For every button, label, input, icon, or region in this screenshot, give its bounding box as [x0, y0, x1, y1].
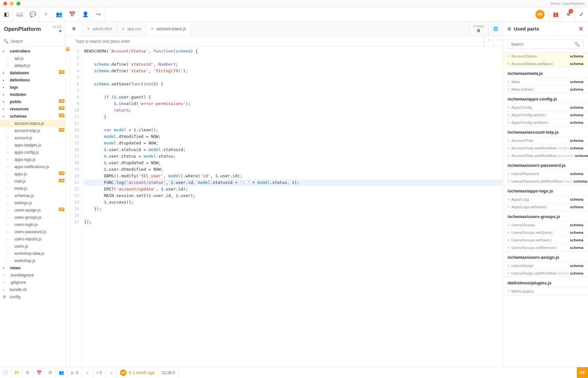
- file-api.js[interactable]: ▫api.js: [0, 55, 65, 62]
- history-icon[interactable]: ↺: [45, 367, 56, 378]
- file-apps-logs.js[interactable]: ▫apps-logs.js: [0, 156, 65, 163]
- panel-item[interactable]: ⑂Users/Groups.setSave()schema: [503, 236, 588, 244]
- options-button[interactable]: ⚙3: [562, 7, 575, 21]
- file-meta.js[interactable]: ▫meta.js: [0, 185, 65, 192]
- tab-account-status.js[interactable]: ✕account-status.js: [146, 22, 191, 36]
- file-account.js[interactable]: ▫account.js: [0, 134, 65, 142]
- collaborators-icon[interactable]: 👥: [56, 367, 67, 378]
- folder-definitions[interactable]: ▪definitions: [0, 77, 65, 84]
- new-file-icon[interactable]: 📄: [0, 367, 11, 378]
- file-apps-notifications.js[interactable]: ▫apps-notifications.js: [0, 163, 65, 170]
- file-apps-config.js[interactable]: ▫apps-config.js: [0, 149, 65, 156]
- branch-icon[interactable]: ⑂: [39, 7, 53, 21]
- minimize-window-button[interactable]: [10, 2, 14, 6]
- panel-close-icon[interactable]: ✕: [578, 25, 583, 33]
- file-schemas.js[interactable]: ▫schemas.js: [0, 192, 65, 199]
- file-apps.js[interactable]: ▫apps.jsPŠ: [0, 170, 65, 178]
- file-workshop.js[interactable]: ▫workshop.js: [0, 257, 65, 264]
- close-tab-icon[interactable]: ✕: [87, 27, 90, 31]
- maximize-window-button[interactable]: [16, 2, 20, 6]
- last-edit-indicator[interactable]: PŠ ↻ 1 month ago: [117, 367, 158, 378]
- panel-item[interactable]: ⑂Apps/Logs.setInsert()schema: [503, 203, 588, 211]
- user-avatar[interactable]: PŠ: [535, 10, 545, 19]
- confirm-button[interactable]: ✓: [575, 7, 588, 21]
- prev-icon[interactable]: ‹: [82, 367, 93, 378]
- file-users.js[interactable]: ▫users.js: [0, 243, 65, 250]
- panel-item[interactable]: ⑂Users/Password.addWorkflow('exec')schem…: [503, 177, 588, 185]
- chat-icon[interactable]: 💬: [26, 7, 39, 21]
- panel-search-input[interactable]: [511, 42, 575, 47]
- file-settings.js[interactable]: ▫settings.js: [0, 199, 65, 207]
- folder-views[interactable]: ▪views: [0, 264, 65, 272]
- calendar-icon[interactable]: 📅: [66, 7, 79, 21]
- file-workshop-data.js[interactable]: ▫workshop-data.js: [0, 250, 65, 257]
- close-window-button[interactable]: [3, 2, 7, 6]
- logo-button[interactable]: ◧: [0, 7, 13, 21]
- folder-databases[interactable]: ▪databasesPŠ: [0, 69, 65, 77]
- panel-item[interactable]: ⑂Metaschema: [503, 78, 588, 85]
- file-config[interactable]: ⚙config: [0, 293, 65, 300]
- panel-item[interactable]: ⑂Account/Totpschema: [503, 137, 588, 144]
- folder-modules[interactable]: ▪modules: [0, 91, 65, 98]
- refresh-icon[interactable]: ↻: [22, 367, 34, 378]
- search-up-icon[interactable]: ˄: [484, 36, 493, 46]
- editor-search-input[interactable]: [76, 39, 481, 44]
- user-settings-icon[interactable]: 👤: [79, 7, 92, 21]
- close-tab-icon[interactable]: ✕: [122, 27, 125, 31]
- panel-item[interactable]: ⑂Users/Assignschema: [503, 262, 588, 269]
- panel-item[interactable]: ⑂Account/Totp.addWorkflow('verify')schem…: [503, 144, 588, 152]
- panel-item[interactable]: ⑂Users/Assign.addWorkflow('exec')schema: [503, 269, 588, 277]
- book-icon[interactable]: 📖: [13, 7, 26, 21]
- folder-public[interactable]: ▪publicPŠ: [0, 98, 65, 105]
- file-account-totp.js[interactable]: ▫account-totp.jsPŠ: [0, 127, 65, 134]
- panel-item[interactable]: ⑂Users/Groups.setRemove()schema: [503, 244, 588, 251]
- panel-item[interactable]: ⑂Apps/Config.setGet()schema: [503, 111, 588, 119]
- panel-item[interactable]: ⑂Account/Status.setSave()schema: [503, 60, 588, 67]
- panel-item[interactable]: ⑂Users/Passwordschema: [503, 170, 588, 177]
- file-account-status.js[interactable]: ▫account-status.js: [0, 120, 65, 127]
- users-icon[interactable]: 👥: [53, 7, 66, 21]
- panel-item[interactable]: ⑂Account/Statusschema: [503, 53, 588, 60]
- project-dropdown-icon[interactable]: ▾: [53, 29, 61, 33]
- file-users-reports.js[interactable]: ▫users-reports.js: [0, 235, 65, 243]
- logout-icon[interactable]: ↪: [92, 7, 105, 21]
- panel-group-title: /schemas/account-totp.js: [503, 126, 588, 137]
- status-user-badge[interactable]: PŠ: [577, 367, 588, 378]
- file-users-login.js[interactable]: ▫users-login.js: [0, 221, 65, 228]
- panel-item[interactable]: ⑂Users/Groups.setQuery()schema: [503, 229, 588, 236]
- close-tab-icon[interactable]: ✕: [151, 27, 154, 31]
- search-icon[interactable]: 🔍: [575, 42, 580, 47]
- warnings-indicator[interactable]: ⚠0: [67, 367, 82, 378]
- folder-schemas[interactable]: ▪schemasPŠ: [0, 113, 65, 120]
- new-folder-icon[interactable]: 📁: [11, 367, 22, 378]
- file-bundle.sh[interactable]: ▫bundle.sh: [0, 286, 65, 293]
- next-icon[interactable]: ›: [106, 367, 117, 378]
- panel-item[interactable]: ⑂Meta.setGet()schema: [503, 85, 588, 93]
- panel-item[interactable]: ⑂Users/Groupsschema: [503, 221, 588, 229]
- search-down-icon[interactable]: ˅: [493, 36, 503, 46]
- panel-item[interactable]: ⑂MAIN.plugins: [503, 287, 588, 295]
- file-apps-badges.js[interactable]: ▫apps-badges.js: [0, 142, 65, 149]
- file-search-input[interactable]: [11, 39, 62, 44]
- file-mail.js[interactable]: ▫mail.jsPŠ: [0, 178, 65, 185]
- file-users-groups.js[interactable]: ▫users-groups.js: [0, 214, 65, 221]
- file-.bundleignore[interactable]: ▫.bundleignore: [0, 272, 65, 279]
- panel-item[interactable]: ⑂Account/Totp.addWorkflow('generate')sch…: [503, 152, 588, 159]
- panel-item[interactable]: ⑂Apps/Config.setSave()schema: [503, 119, 588, 126]
- file-users-assign.js[interactable]: ▫users-assign.jsPŠ: [0, 207, 65, 214]
- schedule-icon[interactable]: 📅: [34, 367, 45, 378]
- panel-item[interactable]: ⑂Apps/Logsschema: [503, 195, 588, 203]
- tab-admin.html[interactable]: ✕admin.html: [82, 22, 117, 36]
- folder-resources[interactable]: ▪resourcesPŠ: [0, 105, 65, 113]
- panel-item[interactable]: ⑂Apps/Configschema: [503, 103, 588, 111]
- globe-icon[interactable]: 🌐: [488, 22, 503, 36]
- editor-settings-icon[interactable]: ⚙: [66, 22, 82, 36]
- code-editor[interactable]: PŠ 1234567891011121314151617181920212223…: [66, 47, 503, 367]
- file-.gitignore[interactable]: ▫.gitignore: [0, 279, 65, 286]
- folder-logs[interactable]: ▪logs: [0, 84, 65, 91]
- tab-app.css[interactable]: ✕app.css: [117, 22, 146, 36]
- pause-button[interactable]: ▮▮: [549, 7, 562, 21]
- file-default.js[interactable]: ▫default.js: [0, 62, 65, 69]
- file-users-password.js[interactable]: ▫users-password.js: [0, 228, 65, 235]
- folder-controllers[interactable]: ▪controllers: [0, 48, 65, 55]
